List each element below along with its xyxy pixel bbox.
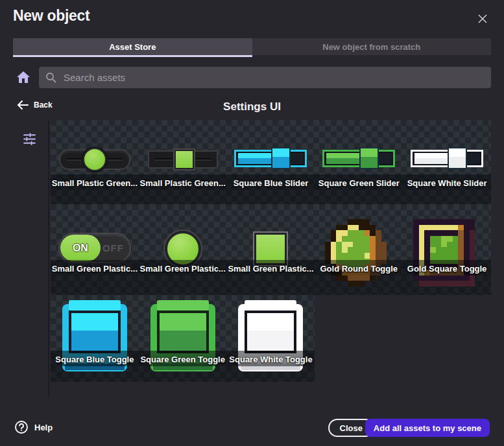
tab-asset-store[interactable]: Asset Store <box>13 38 252 55</box>
asset-label: Square White Toggle <box>222 355 320 364</box>
asset-tile-square-blue-slider[interactable]: Square Blue Slider <box>227 120 315 190</box>
asset-sprite-gold-round-toggle <box>325 219 392 287</box>
asset-tile-small-green-plastic-round-button[interactable]: Small Green Plastic... <box>139 204 227 276</box>
off-text: OFF <box>102 242 124 253</box>
asset-sprite-square-white-slider <box>411 147 483 169</box>
dialog-title: New object <box>13 7 90 25</box>
asset-grid: Small Plastic Green... Small Plastic Gre… <box>51 120 491 382</box>
on-text: ON <box>73 242 88 254</box>
asset-tile-gold-round-toggle[interactable]: Gold Round Toggle <box>315 204 403 276</box>
asset-sprite-square-plastic-slider <box>148 148 218 169</box>
asset-label: Square Green Toggle <box>134 355 232 364</box>
search-bar[interactable] <box>39 67 491 88</box>
asset-tile-gold-square-toggle[interactable]: Gold Square Toggle <box>403 204 491 276</box>
asset-label: Gold Square Toggle <box>398 264 496 274</box>
asset-tile-square-white-slider[interactable]: Square White Slider <box>403 120 491 190</box>
asset-row: Square Blue Toggle Square Green Toggle S… <box>51 295 315 366</box>
asset-label: Gold Round Toggle <box>309 264 408 274</box>
help-label: Help <box>34 423 53 432</box>
asset-row: ON OFF Small Green Plastic... Small Gree… <box>51 204 491 276</box>
pack-title: Settings UI <box>0 100 504 113</box>
search-input[interactable] <box>62 71 485 84</box>
asset-tile-square-blue-toggle[interactable]: Square Blue Toggle <box>51 295 139 366</box>
asset-label: Square White Slider <box>398 178 496 188</box>
tab-bar: Asset Store New object from scratch <box>13 38 491 57</box>
asset-sprite-gold-square-toggle <box>413 219 481 287</box>
tab-new-object-from-scratch[interactable]: New object from scratch <box>252 38 492 55</box>
filter-icon[interactable] <box>21 131 38 147</box>
asset-label: Small Plastic Green... <box>134 178 232 188</box>
tab-scratch-label: New object from scratch <box>322 42 420 52</box>
help-icon <box>14 420 29 434</box>
asset-sprite-square-green-slider <box>322 147 395 169</box>
asset-label: Small Green Plastic... <box>134 264 232 274</box>
pack-header: Back Settings UI <box>0 100 504 116</box>
asset-sprite-round-plastic-slider <box>59 147 130 170</box>
asset-row: Small Plastic Green... Small Plastic Gre… <box>51 120 491 190</box>
asset-tile-small-plastic-green-square-slider[interactable]: Small Plastic Green... <box>139 120 227 190</box>
asset-label: Small Green Plastic... <box>222 264 320 274</box>
asset-tile-square-green-toggle[interactable]: Square Green Toggle <box>139 295 227 366</box>
asset-tile-small-green-plastic-square-button[interactable]: Small Green Plastic... <box>227 204 315 276</box>
tab-asset-store-label: Asset Store <box>109 42 156 52</box>
active-tab-underline <box>13 55 252 57</box>
search-icon <box>45 72 56 83</box>
asset-sprite-onoff-toggle: ON OFF <box>58 233 131 263</box>
asset-label: Small Green Plastic... <box>45 264 144 274</box>
asset-tile-square-white-toggle[interactable]: Square White Toggle <box>227 295 315 366</box>
add-all-assets-button[interactable]: Add all assets to my scene <box>365 419 490 437</box>
asset-label: Square Blue Slider <box>222 178 320 188</box>
help-button[interactable]: Help <box>14 420 53 434</box>
asset-label: Small Plastic Green... <box>45 178 144 188</box>
asset-sprite-square-blue-slider <box>234 147 307 169</box>
asset-tile-square-green-slider[interactable]: Square Green Slider <box>315 120 403 190</box>
row-gap <box>51 190 491 204</box>
home-icon[interactable] <box>16 69 31 85</box>
asset-tile-small-plastic-green-round-slider[interactable]: Small Plastic Green... <box>51 120 139 190</box>
dialog-footer: Help Close Add all assets to my scene <box>0 411 504 446</box>
asset-tile-small-green-plastic-onoff-toggle[interactable]: ON OFF Small Green Plastic... <box>51 204 139 276</box>
asset-label: Square Green Slider <box>309 178 408 188</box>
asset-label: Square Blue Toggle <box>45 355 144 364</box>
close-icon[interactable] <box>474 10 491 27</box>
